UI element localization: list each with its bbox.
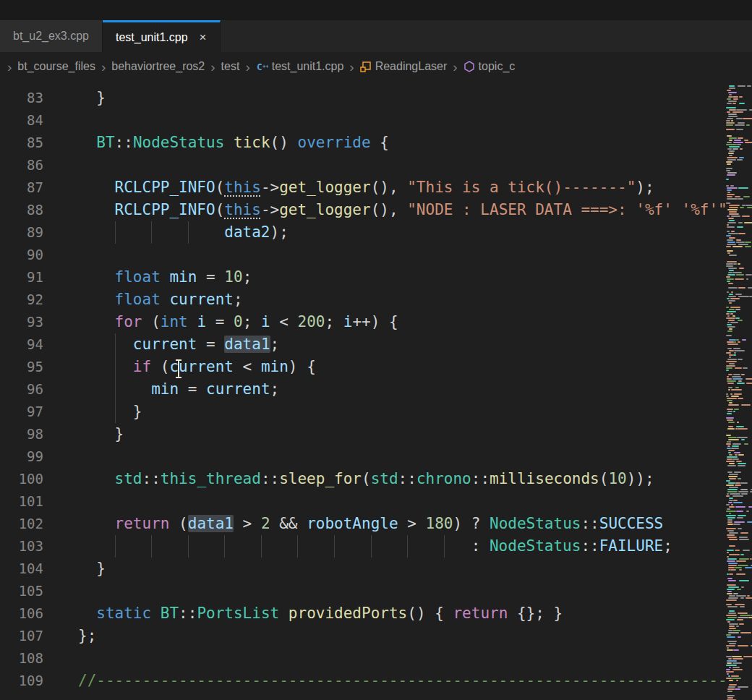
code-line[interactable]: 88 RCLCPP_INFO(this->get_logger(), "NODE… [0,199,752,221]
code-line-content[interactable] [56,445,752,468]
line-number: 104 [0,558,56,580]
code-line-content[interactable] [56,490,752,513]
code-line[interactable]: 98 } [0,423,752,445]
code-line[interactable]: 97 } [0,401,752,423]
code-token: ) ? [453,515,490,532]
title-bar-strip [0,0,752,20]
code-line-content[interactable] [56,109,752,132]
code-line[interactable]: 91 float min = 10; [0,266,752,289]
code-token: sleep_for [279,470,362,487]
code-line-content[interactable] [56,647,752,670]
code-line-content[interactable]: current = data1; [56,333,752,356]
code-line-content[interactable] [56,580,752,602]
code-line-content[interactable]: }; [56,625,752,647]
line-number: 90 [0,244,56,266]
code-line[interactable]: 89 data2); [0,221,752,244]
code-line-content[interactable]: RCLCPP_INFO(this->get_logger(), "NODE : … [56,199,752,221]
code-line[interactable]: 95 if (current < min) { [0,356,752,378]
code-token: ); [270,223,289,241]
code-line[interactable]: 108 [0,647,752,670]
breadcrumb-item-behaviortree_ros2[interactable]: behaviortree_ros2 [111,60,205,73]
code-token [78,605,96,622]
code-line-content[interactable]: if (current < min) { [56,356,752,378]
code-token: milliseconds [490,470,599,487]
code-token: ; [663,537,672,555]
code-line-content[interactable]: static BT::PortsList providedPorts() { r… [56,602,752,625]
tab-bt_u2_ex3.cpp[interactable]: bt_u2_ex3.cpp [0,20,103,52]
class-icon [360,61,372,72]
code-line-content[interactable]: BT::NodeStatus tick() override { [56,132,752,154]
code-line[interactable]: 106 static BT::PortsList providedPorts()… [0,602,752,625]
code-line-content[interactable]: float current; [56,289,752,311]
code-line[interactable]: 103 : NodeStatus::FAILURE; [0,535,752,558]
line-number: 93 [0,311,56,333]
code-line[interactable]: 104 } [0,558,752,580]
code-line-content[interactable]: } [56,401,752,423]
code-line-content[interactable]: std::this_thread::sleep_for(std::chrono:… [56,468,752,490]
code-line-content[interactable]: min = current; [56,378,752,401]
code-line-content[interactable]: } [56,558,752,580]
breadcrumb-item-test_unit1.cpp[interactable]: C++test_unit1.cpp [256,60,344,73]
code-line[interactable]: 100 std::this_thread::sleep_for(std::chr… [0,468,752,490]
code-line[interactable]: 92 float current; [0,289,752,311]
code-line-content[interactable]: //--------------------------------------… [56,670,752,692]
svg-text:++: ++ [262,63,268,69]
code-token: :: [115,134,133,151]
minimap[interactable] [726,81,752,700]
indent-guide [115,401,116,423]
code-line-content[interactable]: : NodeStatus::FAILURE; [56,535,752,558]
code-editor[interactable]: 83 }8485 BT::NodeStatus tick() override … [0,81,752,700]
breadcrumb-item-label: bt_course_files [17,60,95,73]
code-line[interactable]: 96 min = current; [0,378,752,401]
code-line[interactable]: 102 return (data1 > 2 && robotAngle > 18… [0,513,752,535]
code-token: ; [243,268,252,286]
code-token: providedPorts [289,605,407,622]
code-line[interactable]: 94 current = data1; [0,333,752,356]
code-line-content[interactable]: } [56,423,752,445]
code-line[interactable]: 84 [0,109,752,132]
tab-close-icon[interactable]: × [200,30,207,45]
line-number: 101 [0,490,56,513]
code-token: ; [325,313,343,330]
code-line[interactable]: 83 } [0,87,752,109]
code-token: ( [142,313,161,330]
code-line-content[interactable]: RCLCPP_INFO(this->get_logger(), "This is… [56,176,752,199]
breadcrumb-item-test[interactable]: test [221,60,240,73]
breadcrumb-item-bt_course_files[interactable]: bt_course_files [17,60,95,73]
code-line-content[interactable] [56,244,752,266]
indent-guide [407,535,408,558]
code-token: { [371,134,389,151]
code-line-content[interactable]: return (data1 > 2 && robotAngle > 180) ?… [56,513,752,535]
code-token [78,179,115,196]
breadcrumb-item-label: test [221,60,240,73]
code-token: 200 [298,313,325,330]
code-line[interactable]: 86 [0,154,752,176]
code-token: float [115,291,161,308]
code-line-content[interactable]: } [56,87,752,109]
code-line-content[interactable]: float min = 10; [56,266,752,289]
code-line[interactable]: 109//-----------------------------------… [0,670,752,692]
code-line-content[interactable]: for (int i = 0; i < 200; i++) { [56,311,752,333]
line-number: 108 [0,647,56,670]
code-token: ( [599,470,609,487]
code-line[interactable]: 99 [0,445,752,468]
code-line[interactable]: 90 [0,244,752,266]
code-token: float [115,268,161,286]
breadcrumb-item-topic_c[interactable]: topic_c [463,60,516,73]
tab-test_unit1.cpp[interactable]: test_unit1.cpp× [103,20,221,52]
code-line[interactable]: 93 for (int i = 0; i < 200; i++) { [0,311,752,333]
code-line[interactable]: 85 BT::NodeStatus tick() override { [0,132,752,154]
breadcrumb-item-ReadingLaser[interactable]: ReadingLaser [360,60,448,73]
code-line[interactable]: 107}; [0,625,752,647]
code-line-content[interactable] [56,154,752,176]
code-token: () [270,134,298,151]
code-line-content[interactable]: data2); [56,221,752,244]
code-line[interactable]: 87 RCLCPP_INFO(this->get_logger(), "This… [0,176,752,199]
breadcrumb-separator-icon: › [451,60,458,74]
code-token: ( [362,470,371,487]
code-token: RCLCPP_INFO [115,201,215,218]
code-token: ) { [289,358,316,375]
code-line[interactable]: 105 [0,580,752,602]
code-line[interactable]: 101 [0,490,752,513]
text-cursor-pointer [178,360,179,377]
